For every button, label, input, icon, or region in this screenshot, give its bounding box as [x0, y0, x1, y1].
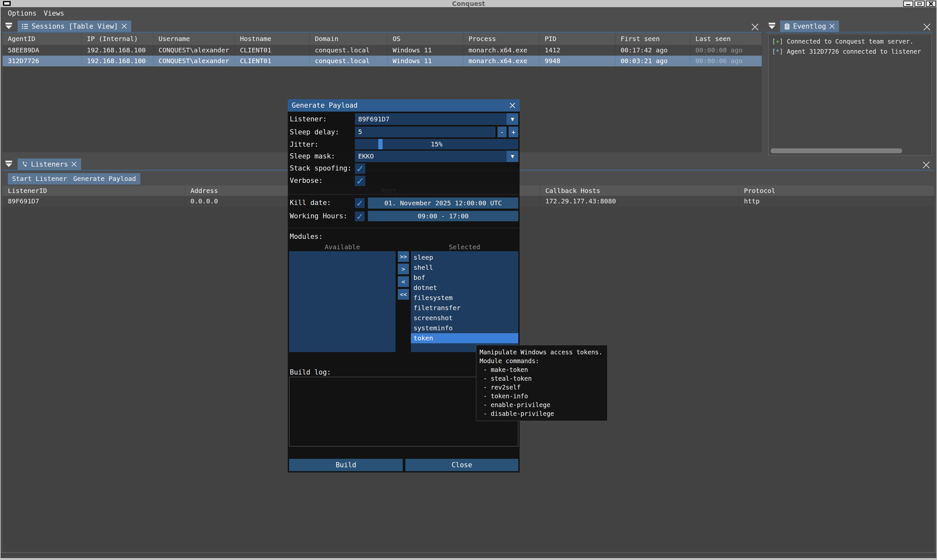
stack-spoofing-checkbox[interactable]: ✓ — [355, 163, 365, 174]
listener-dropdown[interactable]: 89F691D7 ▼ — [355, 113, 518, 125]
module-item-selected[interactable]: token — [411, 333, 518, 343]
list-icon — [22, 23, 29, 30]
available-header: Available — [289, 243, 396, 251]
tab-close-icon[interactable] — [71, 161, 77, 167]
cell-listenerid: 89F691D7 — [3, 196, 185, 207]
dialog-titlebar[interactable]: Generate Payload — [288, 99, 519, 112]
tab-close-icon[interactable] — [829, 23, 835, 29]
col-username[interactable]: Username — [153, 32, 235, 45]
minimize-button[interactable] — [903, 1, 913, 7]
window-frame-bottom — [0, 558, 937, 560]
session-row[interactable]: 58EE89DA 192.168.168.100 CONQUEST\alexan… — [3, 45, 762, 55]
col-listenerid[interactable]: ListenerID — [3, 186, 185, 196]
sessions-collapse-arrow-icon[interactable] — [5, 22, 13, 29]
maximize-button[interactable] — [914, 1, 925, 7]
sleep-mask-label: Sleep mask: — [290, 152, 335, 160]
chevron-down-icon[interactable]: ▼ — [507, 151, 518, 162]
menu-options[interactable]: Options — [8, 7, 37, 20]
eventlog-collapse-arrow-icon[interactable] — [768, 22, 776, 29]
col-domain[interactable]: Domain — [310, 32, 387, 45]
tooltip-line: - disable-privilege — [479, 409, 604, 418]
close-button[interactable] — [926, 1, 936, 7]
eventlog-panel-close-icon[interactable] — [923, 23, 931, 31]
col-hostname[interactable]: Hostname — [235, 32, 310, 45]
dialog-close-button[interactable]: Close — [405, 459, 518, 471]
menu-bar: Options Views — [1, 7, 936, 20]
session-row-selected[interactable]: 312D7726 192.168.168.100 CONQUEST\alexan… — [3, 55, 762, 66]
listeners-collapse-arrow-icon[interactable] — [5, 160, 13, 167]
sessions-panel-close-icon[interactable] — [751, 23, 759, 31]
col-firstseen[interactable]: First seen — [615, 32, 690, 45]
start-listener-button[interactable]: Start Listener — [8, 173, 71, 185]
cell-firstseen: 00:03:21 ago — [615, 55, 690, 66]
working-hours-label: Working Hours: — [290, 212, 347, 220]
tab-eventlog[interactable]: Eventlog — [780, 20, 839, 32]
cell-username: CONQUEST\alexander — [153, 45, 235, 55]
generate-payload-button[interactable]: Generate Payload — [69, 173, 140, 185]
module-item[interactable]: shell — [411, 263, 518, 273]
module-item[interactable]: dotnet — [411, 283, 518, 293]
tab-sessions[interactable]: Sessions [Table View] — [18, 20, 131, 32]
verbose-checkbox[interactable]: ✓ — [355, 176, 365, 186]
sessions-header-row[interactable]: AgentID IP (Internal) Username Hostname … — [3, 32, 762, 45]
kill-date-label: Kill date: — [290, 199, 331, 207]
menu-views[interactable]: Views — [44, 7, 64, 20]
cell-pid: 1412 — [539, 45, 615, 55]
module-item[interactable]: filetransfer — [411, 303, 518, 313]
module-item[interactable]: systeminfo — [411, 323, 518, 333]
col-pid[interactable]: PID — [539, 32, 615, 45]
col-os[interactable]: OS — [387, 32, 463, 45]
col-lastseen[interactable]: Last seen — [690, 32, 762, 45]
jitter-slider[interactable]: 15% — [355, 139, 518, 149]
modules-label: Modules: — [290, 233, 323, 240]
stack-spoofing-label: Stack spoofing: — [290, 164, 351, 172]
move-all-right-button[interactable]: >> — [398, 251, 409, 262]
move-left-button[interactable]: < — [398, 276, 409, 287]
cell-os: Windows 11 — [387, 45, 463, 55]
sleep-mask-value: EKKO — [358, 152, 374, 160]
jitter-label: Jitter: — [290, 141, 319, 148]
module-item[interactable]: screenshot — [411, 313, 518, 323]
col-agentid[interactable]: AgentID — [3, 32, 82, 45]
tab-close-icon[interactable] — [121, 23, 127, 29]
selected-modules-list[interactable]: sleep shell bof dotnet filesystem filetr… — [411, 251, 518, 352]
cell-process: monarch.x64.exe — [463, 45, 539, 55]
move-right-button[interactable]: > — [398, 263, 409, 274]
module-tooltip: Manipulate Windows access tokens. Module… — [476, 345, 607, 421]
kill-date-checkbox[interactable]: ✓ — [355, 198, 365, 208]
build-button[interactable]: Build — [289, 459, 403, 471]
clipboard-icon — [784, 23, 790, 30]
module-item[interactable]: filesystem — [411, 293, 518, 303]
horizontal-scrollbar[interactable] — [771, 148, 902, 153]
bracket: [ — [772, 48, 775, 55]
dialog-close-icon[interactable] — [509, 102, 516, 109]
tooltip-line: - steal-token — [479, 374, 604, 383]
sleep-delay-input[interactable]: 5 — [355, 126, 496, 137]
col-ip[interactable]: IP (Internal) — [82, 32, 153, 45]
window-frame-left — [0, 7, 1, 560]
dialog-title: Generate Payload — [292, 102, 358, 109]
module-item[interactable]: sleep — [411, 252, 518, 263]
col-process[interactable]: Process — [463, 32, 539, 45]
col-protocol[interactable]: Protocol — [739, 186, 934, 196]
verbose-label: Verbose: — [290, 177, 323, 185]
cell-domain: conquest.local — [310, 55, 387, 66]
listeners-panel-close-icon[interactable] — [922, 161, 931, 169]
working-hours-field[interactable]: 09:00 - 17:00 — [368, 211, 518, 221]
sleep-mask-dropdown[interactable]: EKKO ▼ — [355, 151, 518, 162]
cell-domain: conquest.local — [310, 45, 387, 55]
cell-protocol: http — [739, 196, 934, 207]
sleep-delay-increment-button[interactable]: + — [509, 126, 518, 137]
module-item[interactable]: bof — [411, 273, 518, 283]
move-all-left-button[interactable]: << — [398, 289, 409, 300]
tab-listeners[interactable]: Listeners — [18, 158, 81, 170]
col-callback-hosts[interactable]: Callback Hosts — [540, 186, 739, 196]
cell-os: Windows 11 — [387, 55, 463, 66]
kill-date-field[interactable]: 01. November 2025 12:00:00 UTC — [368, 197, 518, 209]
working-hours-checkbox[interactable]: ✓ — [355, 211, 365, 221]
sleep-delay-decrement-button[interactable]: - — [498, 126, 507, 137]
chevron-down-icon[interactable]: ▼ — [507, 113, 518, 125]
cell-hostname: CLIENT01 — [235, 55, 310, 66]
available-modules-list[interactable] — [289, 251, 396, 352]
window-titlebar[interactable]: Conquest — [0, 0, 937, 7]
